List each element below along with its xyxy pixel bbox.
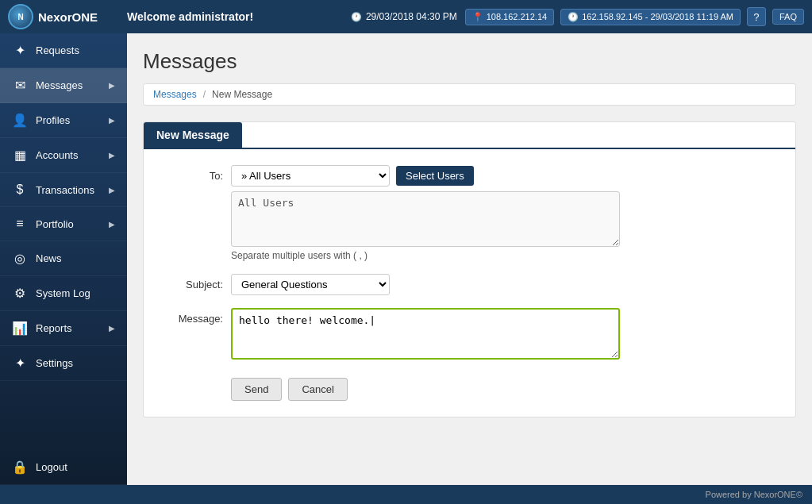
sidebar-label-profiles: Profiles — [36, 114, 70, 126]
ip-badge: 108.162.212.14 — [465, 9, 554, 25]
select-users-button[interactable]: Select Users — [396, 166, 474, 186]
sidebar-label-news: News — [36, 252, 62, 264]
news-icon: ◎ — [12, 251, 28, 266]
sidebar-label-portfolio: Portfolio — [36, 218, 74, 230]
sidebar-label-requests: Requests — [36, 44, 79, 56]
sidebar-label-logout: Logout — [36, 461, 67, 473]
cancel-button[interactable]: Cancel — [288, 378, 347, 401]
card-body: To: » All Users Select Users Separate mu… — [144, 149, 795, 417]
profiles-icon: 👤 — [12, 113, 28, 128]
subject-form-row: Subject: General Questions — [160, 274, 779, 295]
portfolio-icon: ≡ — [12, 217, 28, 231]
logout-icon: 🔒 — [12, 460, 28, 475]
sidebar-label-system-log: System Log — [36, 287, 90, 299]
to-select[interactable]: » All Users — [231, 165, 390, 187]
header: N NexorONE Welcome administrator! 29/03/… — [0, 0, 812, 33]
sidebar-item-news[interactable]: ◎ News — [0, 241, 127, 276]
clock2-icon — [568, 12, 579, 22]
portfolio-arrow: ▶ — [109, 220, 115, 229]
breadcrumb-current: New Message — [212, 89, 272, 100]
message-label: Message: — [160, 308, 223, 325]
session-badge: 162.158.92.145 - 29/03/2018 11:19 AM — [560, 9, 741, 25]
logo: N NexorONE — [8, 4, 119, 29]
send-button[interactable]: Send — [231, 378, 282, 401]
header-datetime: 29/03/2018 04:30 PM — [351, 11, 457, 22]
breadcrumb: Messages / New Message — [143, 83, 796, 106]
card-header: New Message — [144, 122, 242, 148]
users-textarea[interactable] — [231, 191, 620, 247]
page-title: Messages — [143, 49, 796, 74]
sidebar-item-logout[interactable]: 🔒 Logout — [0, 450, 127, 485]
settings-icon: ✦ — [12, 356, 28, 371]
message-textarea[interactable] — [231, 308, 620, 360]
sidebar-label-settings: Settings — [36, 357, 73, 369]
welcome-text: Welcome administrator! — [127, 10, 343, 23]
sidebar-item-settings[interactable]: ✦ Settings — [0, 346, 127, 381]
messages-arrow: ▶ — [109, 81, 115, 90]
to-form-row: To: » All Users Select Users Separate mu… — [160, 165, 779, 261]
transactions-icon: $ — [12, 183, 28, 197]
sidebar-label-transactions: Transactions — [36, 184, 94, 196]
logo-text: NexorONE — [38, 10, 98, 24]
subject-select[interactable]: General Questions — [231, 274, 390, 295]
new-message-card: New Message To: » All Users Select Users — [143, 121, 796, 417]
sidebar-item-portfolio[interactable]: ≡ Portfolio ▶ — [0, 207, 127, 241]
sidebar-label-reports: Reports — [36, 322, 72, 334]
message-control-wrap — [231, 308, 779, 362]
to-row: » All Users Select Users — [231, 165, 779, 187]
session-text: 162.158.92.145 - 29/03/2018 11:19 AM — [582, 12, 733, 21]
header-badges: 108.162.212.14 162.158.92.145 - 29/03/20… — [465, 7, 804, 26]
card-header-wrapper: New Message — [144, 122, 795, 149]
to-control-wrap: » All Users Select Users Separate multip… — [231, 165, 779, 261]
profiles-arrow: ▶ — [109, 116, 115, 125]
sidebar-item-system-log[interactable]: ⚙ System Log — [0, 276, 127, 311]
sidebar-item-reports[interactable]: 📊 Reports ▶ — [0, 311, 127, 346]
requests-icon: ✦ — [12, 43, 28, 58]
logo-icon: N — [8, 4, 33, 29]
pin-icon — [472, 12, 483, 22]
system-log-icon: ⚙ — [12, 286, 28, 301]
subject-control-wrap: General Questions — [231, 274, 779, 295]
subject-label: Subject: — [160, 274, 223, 290]
sidebar: ✦ Requests ✉ Messages ▶ 👤 Profiles ▶ ▦ A… — [0, 33, 127, 485]
sidebar-label-messages: Messages — [36, 79, 83, 91]
question-button[interactable]: ? — [747, 7, 766, 26]
datetime-text: 29/03/2018 04:30 PM — [366, 11, 457, 22]
content-area: Messages Messages / New Message New Mess… — [127, 33, 812, 485]
message-form-row: Message: — [160, 308, 779, 362]
transactions-arrow: ▶ — [109, 186, 115, 194]
messages-icon: ✉ — [12, 78, 28, 93]
sidebar-label-accounts: Accounts — [36, 149, 78, 161]
sidebar-item-transactions[interactable]: $ Transactions ▶ — [0, 173, 127, 207]
faq-button[interactable]: FAQ — [772, 9, 804, 25]
reports-arrow: ▶ — [109, 324, 115, 333]
reports-icon: 📊 — [12, 321, 28, 336]
main-layout: ✦ Requests ✉ Messages ▶ 👤 Profiles ▶ ▦ A… — [0, 33, 812, 485]
buttons-row: Send Cancel — [160, 378, 779, 401]
footer: Powered by NexorONE© — [0, 485, 812, 504]
breadcrumb-parent[interactable]: Messages — [153, 89, 197, 100]
accounts-icon: ▦ — [12, 148, 28, 163]
sidebar-item-messages[interactable]: ✉ Messages ▶ — [0, 68, 127, 103]
separator-hint: Separate multiple users with ( , ) — [231, 250, 779, 261]
accounts-arrow: ▶ — [109, 151, 115, 160]
clock-icon — [351, 11, 362, 22]
sidebar-item-accounts[interactable]: ▦ Accounts ▶ — [0, 138, 127, 173]
footer-text: Powered by NexorONE© — [706, 490, 802, 499]
ip-text: 108.162.212.14 — [487, 12, 547, 21]
sidebar-item-profiles[interactable]: 👤 Profiles ▶ — [0, 103, 127, 138]
sidebar-item-requests[interactable]: ✦ Requests — [0, 33, 127, 68]
to-label: To: — [160, 165, 223, 182]
breadcrumb-separator: / — [203, 89, 206, 100]
